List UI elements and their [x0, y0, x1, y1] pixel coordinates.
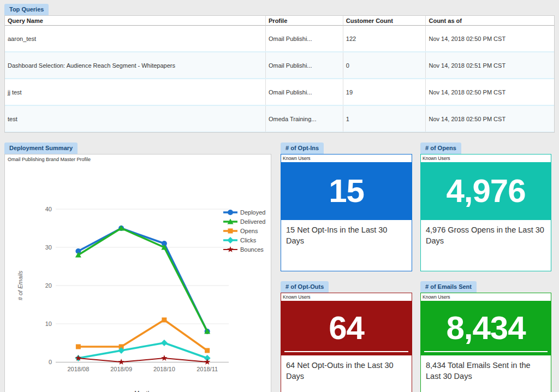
svg-text:20: 20 [45, 282, 52, 289]
query-name-cell: jj test [5, 79, 265, 105]
metric-caption: 8,434 Total Emails Sent in the Last 30 D… [421, 355, 551, 382]
svg-text:2018/10: 2018/10 [153, 366, 175, 372]
svg-text:Clicks: Clicks [240, 237, 257, 243]
customer-count-cell: 1 [343, 106, 426, 132]
deployment-line-chart: 0102030402018/082018/092018/102018/11Dep… [5, 155, 271, 392]
metric-block: 15 [281, 162, 412, 220]
count-as-of-cell: Nov 14, 2018 02:50 PM CST [425, 79, 554, 105]
svg-text:0: 0 [49, 359, 52, 365]
customer-count-cell: 0 [343, 52, 426, 78]
svg-text:2018/11: 2018/11 [197, 366, 218, 372]
tab-opt-outs[interactable]: # of Opt-Outs [281, 281, 329, 293]
svg-text:# of Emails: # of Emails [17, 270, 23, 300]
tab-top-queries[interactable]: Top Queries [4, 4, 49, 15]
count-as-of-cell: Nov 14, 2018 02:50 PM CST [425, 106, 554, 132]
metric-block: 8,434 [421, 301, 551, 355]
card-opt-outs: # of Opt-Outs Known Users 64 64 Net Opt-… [281, 281, 412, 392]
svg-text:Month: Month [134, 390, 151, 392]
card-opt-ins: # of Opt-Ins Known Users 15 15 Net Opt-I… [281, 142, 412, 271]
opt-ins-panel: Known Users 15 15 Net Opt-Ins in the Las… [281, 154, 412, 271]
profile-cell: Omail Publishi... [265, 26, 343, 51]
customer-count-cell: 122 [343, 26, 426, 51]
query-name-cell: test [5, 106, 265, 132]
chart-title: Omail Publishing Brand Master Profile [8, 157, 91, 162]
top-queries-section: Top Queries Query Name Profile Customer … [4, 4, 555, 133]
opens-panel: Known Users 4,976 4,976 Gross Opens in t… [420, 154, 551, 271]
tab-emails-sent[interactable]: # of Emails Sent [420, 281, 477, 293]
column-header-query-name: Query Name [5, 16, 265, 26]
customer-count-cell: 19 [343, 79, 426, 105]
svg-text:2018/09: 2018/09 [110, 366, 132, 372]
tab-opt-ins[interactable]: # of Opt-Ins [281, 142, 324, 154]
metric-caption: 4,976 Gross Opens in the Last 30 Days [421, 220, 551, 246]
metric-value: 4,976 [446, 175, 525, 207]
card-emails-sent: # of Emails Sent Known Users 8,434 8,434… [420, 281, 551, 392]
column-header-customer-count: Customer Count [343, 16, 426, 26]
table-row[interactable]: aaron_test Omail Publishi... 122 Nov 14,… [5, 26, 554, 52]
tab-opens[interactable]: # of Opens [420, 142, 461, 154]
profile-cell: Omail Publishi... [265, 52, 343, 78]
table-header: Query Name Profile Customer Count Count … [5, 16, 554, 26]
opt-outs-panel: Known Users 64 64 Net Opt-Outs in the La… [281, 293, 412, 392]
svg-text:30: 30 [45, 244, 52, 251]
column-header-profile: Profile [265, 16, 343, 26]
column-header-count-as-of: Count as of [425, 16, 554, 26]
query-name-cell: aaron_test [5, 26, 265, 51]
metric-block: 64 [281, 301, 412, 355]
svg-text:Deployed: Deployed [240, 209, 265, 216]
profile-cell: Omail Publishi... [265, 79, 343, 105]
svg-text:Opens: Opens [240, 228, 258, 234]
metric-block: 4,976 [421, 162, 551, 220]
tab-deployment-summary[interactable]: Deployment Summary [4, 142, 78, 154]
svg-text:10: 10 [45, 320, 52, 327]
table-row[interactable]: Dashboard Selection: Audience Reach Segm… [5, 52, 554, 79]
known-users-label: Known Users [421, 155, 551, 162]
deployment-summary-section: Deployment Summary Omail Publishing Bran… [4, 142, 271, 392]
emails-sent-panel: Known Users 8,434 8,434 Total Emails Sen… [420, 293, 551, 392]
profile-cell: Omeda Training... [265, 106, 343, 132]
top-queries-table: Query Name Profile Customer Count Count … [4, 15, 555, 133]
query-name-cell: Dashboard Selection: Audience Reach Segm… [5, 52, 265, 78]
metric-value: 8,434 [446, 312, 525, 345]
known-users-label: Known Users [421, 293, 551, 301]
metric-caption: 15 Net Opt-Ins in the Last 30 Days [281, 220, 412, 246]
count-as-of-cell: Nov 14, 2018 02:51 PM CST [425, 52, 554, 78]
table-row[interactable]: jj test Omail Publishi... 19 Nov 14, 201… [5, 79, 554, 106]
deployment-summary-panel: Omail Publishing Brand Master Profile 01… [4, 154, 271, 392]
known-users-label: Known Users [281, 293, 412, 301]
table-row[interactable]: test Omeda Training... 1 Nov 14, 2018 02… [5, 106, 554, 133]
metric-caption: 64 Net Opt-Outs in the Last 30 Days [281, 355, 412, 382]
count-as-of-cell: Nov 14, 2018 02:50 PM CST [425, 26, 554, 51]
card-opens: # of Opens Known Users 4,976 4,976 Gross… [420, 142, 551, 271]
svg-text:40: 40 [45, 206, 52, 212]
known-users-label: Known Users [281, 155, 412, 162]
metric-value: 15 [329, 175, 364, 207]
svg-text:Delivered: Delivered [240, 218, 265, 225]
svg-text:Bounces: Bounces [240, 246, 264, 253]
metric-value: 64 [329, 312, 364, 345]
svg-text:2018/08: 2018/08 [67, 366, 89, 372]
